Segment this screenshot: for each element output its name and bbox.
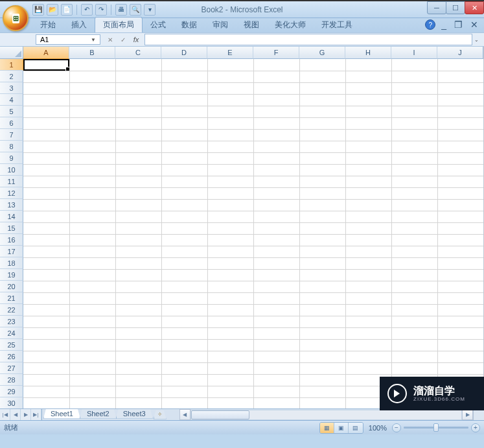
doc-minimize-button[interactable]: _ xyxy=(439,19,448,30)
enter-formula-icon[interactable]: ✓ xyxy=(117,34,129,45)
spreadsheet-grid: ABCDEFGHIJ 12345678910111213141516171819… xyxy=(0,47,484,408)
doc-close-button[interactable]: ✕ xyxy=(468,19,480,30)
row-header[interactable]: 20 xyxy=(0,281,23,292)
qat-open-icon[interactable]: 📂 xyxy=(47,4,58,16)
ribbon-tab[interactable]: 开发工具 xyxy=(314,18,360,32)
maximize-button[interactable]: ☐ xyxy=(446,1,465,14)
qat-more-icon[interactable]: ▾ xyxy=(144,4,156,16)
row-header[interactable]: 29 xyxy=(0,386,23,397)
zoom-level[interactable]: 100% xyxy=(369,424,387,432)
row-header[interactable]: 11 xyxy=(0,176,23,187)
formula-input[interactable] xyxy=(144,34,472,45)
ribbon-tab[interactable]: 美化大师 xyxy=(267,18,314,32)
qat-save-icon[interactable]: 💾 xyxy=(32,4,44,16)
name-box-dropdown-icon[interactable]: ▼ xyxy=(91,37,96,43)
ribbon-tab[interactable]: 数据 xyxy=(174,18,205,32)
close-button[interactable]: ✕ xyxy=(465,1,484,14)
qat-new-icon[interactable]: 📄 xyxy=(61,4,73,16)
quick-access-toolbar: 💾 📂 📄 ↶ ↷ 🖶 🔍 ▾ xyxy=(32,4,156,16)
hscroll-thumb[interactable] xyxy=(191,410,249,419)
row-header[interactable]: 26 xyxy=(0,351,23,362)
row-header[interactable]: 2 xyxy=(0,71,23,82)
select-all-corner[interactable] xyxy=(0,47,23,59)
column-header[interactable]: A xyxy=(23,47,69,59)
name-box[interactable]: A1 ▼ xyxy=(36,34,100,45)
row-header[interactable]: 24 xyxy=(0,327,23,339)
cells-area[interactable] xyxy=(23,59,483,408)
row-header[interactable]: 14 xyxy=(0,211,23,222)
ribbon-tab[interactable]: 视图 xyxy=(236,18,267,32)
new-sheet-button[interactable]: ✧ xyxy=(154,410,167,419)
qat-undo-icon[interactable]: ↶ xyxy=(81,4,93,16)
formula-expand-icon[interactable]: ⌄ xyxy=(472,34,481,45)
title-bar: ⊞ 💾 📂 📄 ↶ ↷ 🖶 🔍 ▾ Book2 - Microsoft Exce… xyxy=(0,1,484,18)
window-title: Book2 - Microsoft Excel xyxy=(201,5,282,14)
row-header[interactable]: 4 xyxy=(0,94,23,106)
row-header[interactable]: 22 xyxy=(0,304,23,316)
row-header[interactable]: 6 xyxy=(0,117,23,129)
office-button[interactable]: ⊞ xyxy=(3,5,29,31)
qat-preview-icon[interactable]: 🔍 xyxy=(130,4,141,16)
zoom-in-button[interactable]: + xyxy=(471,423,480,432)
cancel-formula-icon[interactable]: ✕ xyxy=(104,34,116,45)
view-page-break-icon[interactable]: ▤ xyxy=(349,423,363,433)
view-page-layout-icon[interactable]: ▣ xyxy=(334,423,349,433)
row-header[interactable]: 18 xyxy=(0,257,23,269)
ribbon-tab[interactable]: 开始 xyxy=(32,18,63,32)
row-header[interactable]: 16 xyxy=(0,234,23,246)
ribbon-tab[interactable]: 插入 xyxy=(63,18,95,32)
row-header[interactable]: 15 xyxy=(0,222,23,234)
scroll-right-icon[interactable]: ▶ xyxy=(462,409,473,420)
row-header[interactable]: 17 xyxy=(0,246,23,257)
row-header[interactable]: 27 xyxy=(0,362,23,374)
row-header[interactable]: 19 xyxy=(0,269,23,281)
column-header[interactable]: G xyxy=(299,47,345,59)
help-icon[interactable]: ? xyxy=(425,19,435,30)
row-header[interactable]: 12 xyxy=(0,187,23,199)
fx-icon[interactable]: fx xyxy=(130,34,142,45)
sheet-nav-first-icon[interactable]: |◀ xyxy=(0,409,10,420)
row-header[interactable]: 13 xyxy=(0,199,23,211)
row-header[interactable]: 23 xyxy=(0,316,23,327)
row-header[interactable]: 28 xyxy=(0,374,23,386)
doc-restore-button[interactable]: ❐ xyxy=(452,19,465,30)
column-header[interactable]: D xyxy=(161,47,207,59)
formula-bar: A1 ▼ ✕ ✓ fx ⌄ xyxy=(0,32,484,47)
row-header[interactable]: 25 xyxy=(0,339,23,351)
row-header[interactable]: 30 xyxy=(0,397,23,408)
row-header[interactable]: 21 xyxy=(0,292,23,304)
sheet-nav-prev-icon[interactable]: ◀ xyxy=(10,409,21,420)
row-header[interactable]: 9 xyxy=(0,152,23,164)
zoom-slider-thumb[interactable] xyxy=(433,423,439,432)
minimize-button[interactable]: ─ xyxy=(427,1,446,14)
column-header[interactable]: E xyxy=(207,47,253,59)
column-header[interactable]: F xyxy=(253,47,299,59)
qat-print-icon[interactable]: 🖶 xyxy=(115,4,127,16)
sheet-tab[interactable]: Sheet1 xyxy=(43,409,80,419)
sheet-tab[interactable]: Sheet2 xyxy=(80,409,117,419)
ribbon-tab[interactable]: 审阅 xyxy=(205,18,236,32)
sheet-nav-next-icon[interactable]: ▶ xyxy=(21,409,31,420)
qat-redo-icon[interactable]: ↷ xyxy=(95,4,107,16)
column-header[interactable]: B xyxy=(69,47,115,59)
column-header[interactable]: J xyxy=(437,47,483,59)
row-header[interactable]: 5 xyxy=(0,106,23,117)
name-box-value: A1 xyxy=(40,36,49,43)
row-header[interactable]: 8 xyxy=(0,141,23,152)
column-header[interactable]: H xyxy=(345,47,391,59)
view-normal-icon[interactable]: ▦ xyxy=(320,423,334,433)
row-header[interactable]: 3 xyxy=(0,82,23,94)
ribbon-tab[interactable]: 页面布局 xyxy=(95,17,143,32)
row-header[interactable]: 7 xyxy=(0,129,23,141)
row-header[interactable]: 1 xyxy=(0,59,23,71)
horizontal-scrollbar[interactable] xyxy=(190,410,462,420)
ribbon-tab[interactable]: 公式 xyxy=(143,18,174,32)
sheet-nav-last-icon[interactable]: ▶| xyxy=(31,409,41,420)
zoom-out-button[interactable]: − xyxy=(392,423,401,432)
zoom-slider[interactable] xyxy=(404,427,468,429)
sheet-tab[interactable]: Sheet3 xyxy=(116,409,153,419)
column-header[interactable]: C xyxy=(115,47,161,59)
row-header[interactable]: 10 xyxy=(0,164,23,176)
column-header[interactable]: I xyxy=(391,47,437,59)
scroll-left-icon[interactable]: ◀ xyxy=(179,409,190,420)
